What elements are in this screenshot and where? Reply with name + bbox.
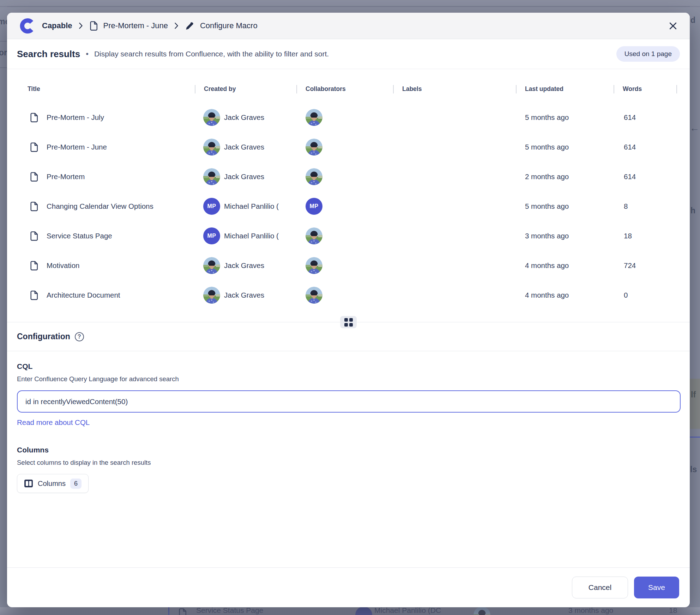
column-header-created-by[interactable]: Created by [195, 85, 296, 93]
cql-docs-link[interactable]: Read more about CQL [17, 418, 90, 427]
column-header-collaborators[interactable]: Collaborators [296, 85, 393, 93]
columns-button-label: Columns [38, 480, 66, 488]
row-last-updated: 5 months ago [516, 113, 614, 122]
cancel-button[interactable]: Cancel [572, 577, 628, 598]
avatar [203, 257, 220, 274]
row-words: 8 [614, 202, 674, 211]
table-row[interactable]: Pre-Mortem Jack Graves 2 months ago 614 [28, 162, 677, 191]
row-title[interactable]: Pre-Mortem [47, 172, 85, 181]
document-icon [30, 142, 39, 152]
dialog-header: Capable Pre-Mortem - June Configure Macr… [7, 13, 690, 39]
save-button[interactable]: Save [634, 577, 679, 598]
columns-icon [24, 479, 33, 488]
pencil-icon [185, 21, 194, 31]
table-row[interactable]: Motivation Jack Graves 4 months ago 724 [28, 251, 677, 280]
row-words: 614 [614, 113, 674, 122]
table-row[interactable]: Pre-Mortem - July Jack Graves 5 months a… [28, 103, 677, 132]
row-words: 0 [614, 291, 674, 299]
row-created-by: Jack Graves [224, 113, 264, 122]
column-header-last-updated[interactable]: Last updated [516, 85, 614, 93]
close-icon [668, 21, 678, 31]
row-words: 614 [614, 143, 674, 151]
columns-label: Columns [17, 446, 681, 454]
close-button[interactable] [668, 21, 678, 31]
columns-description: Select columns to display in the search … [17, 459, 681, 467]
avatar [203, 139, 220, 156]
column-header-title[interactable]: Title [28, 85, 195, 93]
breadcrumb-current: Configure Macro [200, 21, 258, 30]
avatar [203, 109, 220, 126]
document-icon [30, 231, 39, 241]
row-title[interactable]: Motivation [47, 261, 79, 270]
chevron-right-icon [174, 22, 179, 29]
table-row[interactable]: Changing Calendar View Options MPMichael… [28, 191, 677, 221]
row-title[interactable]: Architecture Document [47, 291, 120, 299]
modal-scrim [0, 0, 7, 615]
row-last-updated: 5 months ago [516, 202, 614, 211]
row-last-updated: 4 months ago [516, 261, 614, 270]
backdrop-right-strip: d ← h lf ls [690, 0, 700, 615]
row-words: 724 [614, 261, 674, 270]
row-title[interactable]: Service Status Page [47, 232, 112, 240]
avatar [203, 168, 220, 185]
usage-badge[interactable]: Used on 1 page [616, 46, 680, 62]
document-icon [30, 171, 39, 182]
row-title[interactable]: Pre-Mortem - June [47, 143, 107, 151]
capable-logo-icon [20, 18, 36, 34]
row-title[interactable]: Changing Calendar View Options [47, 202, 153, 211]
chevron-right-icon [79, 22, 83, 29]
document-icon [89, 20, 98, 31]
table-row[interactable]: Pre-Mortem - June Jack Graves 5 months a… [28, 132, 677, 162]
row-created-by: Michael Panlilio ( [224, 202, 279, 211]
dialog-footer: Cancel Save [7, 567, 690, 607]
document-icon [30, 112, 39, 123]
macro-description: Display search results from Confluence, … [94, 50, 329, 58]
configuration-body: CQL Enter Confluence Query Language for … [17, 351, 681, 493]
column-header-words[interactable]: Words [614, 85, 674, 93]
table-body: Pre-Mortem - July Jack Graves 5 months a… [28, 103, 677, 310]
table-row[interactable]: Architecture Document Jack Graves 4 mont… [28, 280, 677, 310]
modal-scrim [0, 607, 700, 615]
columns-picker-button[interactable]: Columns 6 [17, 474, 89, 493]
cql-input[interactable] [17, 390, 681, 413]
row-created-by: Michael Panlilio ( [224, 232, 279, 240]
avatar [306, 109, 322, 126]
avatar [306, 168, 322, 185]
cql-description: Enter Confluence Query Language for adva… [17, 375, 681, 383]
backdrop-bottom-row: Service Status Page Michael Panlilio (DC… [0, 607, 700, 615]
table-row[interactable]: Service Status Page MPMichael Panlilio (… [28, 221, 677, 251]
column-header-labels[interactable]: Labels [393, 85, 516, 93]
avatar-initials: MP [203, 198, 220, 215]
configure-macro-dialog: Capable Pre-Mortem - June Configure Macr… [7, 13, 690, 607]
dot-separator: • [86, 49, 89, 59]
row-title[interactable]: Pre-Mortem - July [47, 113, 104, 122]
row-words: 18 [614, 232, 674, 240]
configuration-heading-row: Configuration ? [7, 322, 690, 351]
row-created-by: Jack Graves [224, 291, 264, 299]
avatar-initials: MP [306, 198, 322, 215]
row-last-updated: 3 months ago [516, 232, 614, 240]
row-created-by: Jack Graves [224, 172, 264, 181]
backdrop-divider [0, 6, 700, 7]
breadcrumb-page[interactable]: Pre-Mortem - June [103, 21, 168, 30]
configuration-heading: Configuration [17, 332, 70, 341]
modal-scrim [690, 0, 700, 615]
backdrop-left-strip: me or [0, 0, 7, 615]
avatar [306, 257, 322, 274]
avatar [306, 139, 322, 156]
avatar [306, 287, 322, 304]
row-last-updated: 5 months ago [516, 143, 614, 151]
cql-label: CQL [17, 362, 681, 371]
row-last-updated: 4 months ago [516, 291, 614, 299]
document-icon [30, 290, 39, 300]
document-icon [30, 201, 39, 212]
document-icon [30, 260, 39, 271]
row-created-by: Jack Graves [224, 143, 264, 151]
table-header-row: Title Created by Collaborators Labels La… [28, 85, 677, 93]
macro-title-row: Search results • Display search results … [7, 39, 690, 69]
macro-title: Search results [17, 49, 80, 60]
breadcrumb-app[interactable]: Capable [42, 21, 72, 30]
help-icon[interactable]: ? [75, 332, 84, 341]
row-created-by: Jack Graves [224, 261, 264, 270]
avatar [306, 227, 322, 244]
